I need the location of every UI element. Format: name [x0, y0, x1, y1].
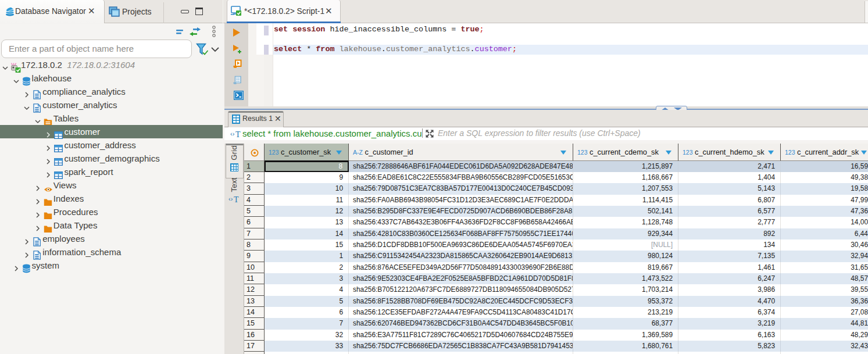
svg-text:‹›: ‹› — [230, 130, 235, 137]
svg-text:T: T — [234, 195, 239, 203]
svg-text:‹›: ‹› — [228, 195, 233, 202]
svg-text:T: T — [235, 130, 241, 138]
